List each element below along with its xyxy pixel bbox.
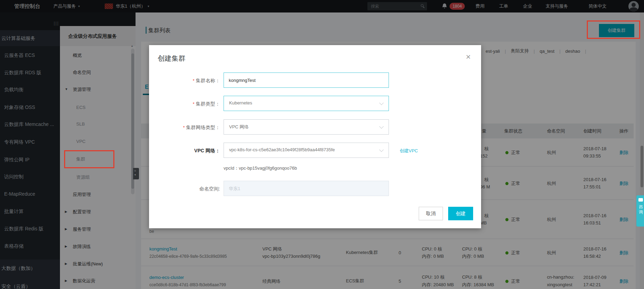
cluster-type-select[interactable]: Kubernetes — [224, 96, 389, 111]
close-icon[interactable]: × — [466, 53, 471, 61]
consult-widget[interactable]: 咨询 — [636, 195, 644, 227]
cluster-type-label: *集群类型： — [154, 100, 220, 108]
chat-icon — [638, 198, 643, 202]
chevron-down-icon — [379, 101, 384, 105]
cluster-name-field[interactable] — [224, 73, 389, 88]
cluster-name-input[interactable] — [224, 73, 389, 87]
vpc-label: VPC 网络： — [154, 147, 220, 154]
cancel-button[interactable]: 取消 — [419, 207, 443, 220]
cluster-type-value: Kubernetes — [229, 100, 252, 105]
required-asterisk: * — [183, 125, 185, 130]
app-root: 管理控制台 产品与服务▼ 华东1（杭州）▼ 1804 费用 工单 企业 支持与服… — [0, 0, 644, 289]
submit-button[interactable]: 创建 — [448, 207, 473, 220]
annotation-box-cluster-item — [64, 150, 114, 168]
required-asterisk: * — [193, 78, 194, 83]
modal-title: 创建集群 — [158, 54, 185, 63]
network-type-label: *集群网络类型： — [154, 124, 220, 131]
cluster-name-label: *集群名称： — [154, 77, 220, 84]
create-cluster-modal: 创建集群 × *集群名称： *集群类型： Kubernetes *集群网络类型：… — [149, 45, 481, 228]
vpc-value: vpc-k8s-for-cs-c5e62ae3fc10e49f28f5b9aa4… — [229, 147, 335, 152]
namespace-input — [224, 181, 389, 196]
chevron-down-icon — [379, 147, 384, 152]
namespace-label: 命名空间: — [154, 185, 220, 192]
network-type-select[interactable]: VPC 网络 — [224, 119, 389, 135]
annotation-box-create-button — [587, 20, 640, 39]
network-type-value: VPC 网络 — [229, 124, 249, 130]
required-asterisk: * — [193, 101, 194, 107]
vpc-select[interactable]: vpc-k8s-for-cs-c5e62ae3fc10e49f28f5b9aa4… — [224, 143, 389, 158]
create-vpc-link[interactable]: 创建VPC — [400, 148, 418, 154]
consult-widget-label: 咨询 — [639, 204, 643, 215]
vpc-id-text: vpcId：vpc-bp15vagj0fg6gonqoo76b — [224, 165, 297, 171]
namespace-field — [224, 181, 389, 196]
chevron-down-icon — [379, 124, 384, 129]
